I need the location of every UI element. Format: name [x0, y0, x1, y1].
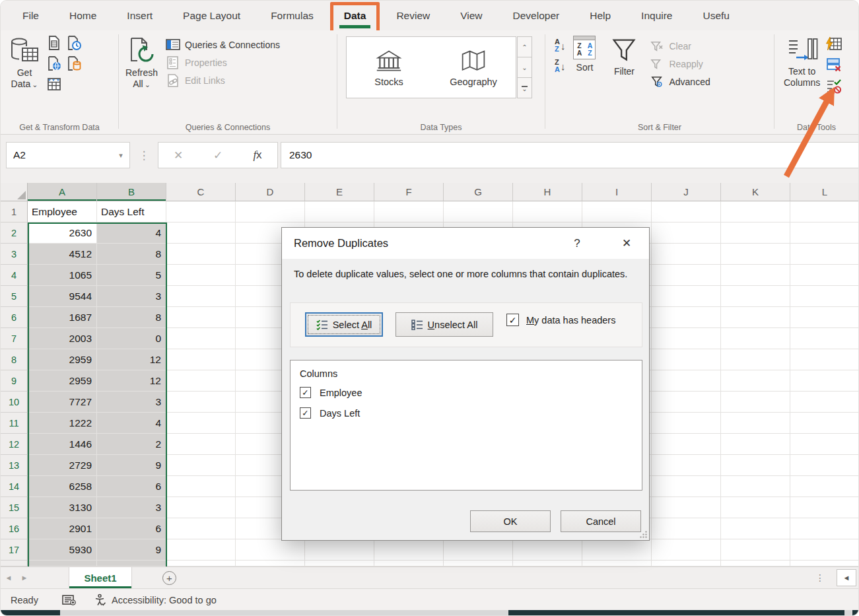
cell-d18[interactable]	[236, 561, 305, 566]
gallery-scroll-down-button[interactable]: ⌄	[517, 57, 532, 78]
row-header-6[interactable]: 6	[1, 307, 28, 328]
cell-e1[interactable]	[305, 201, 374, 222]
new-sheet-button[interactable]: +	[162, 571, 176, 585]
dialog-help-button[interactable]: ?	[566, 228, 588, 259]
cell-a9[interactable]: 2959	[28, 370, 97, 392]
cell-k13[interactable]	[721, 455, 790, 476]
cell-j3[interactable]	[652, 244, 721, 265]
tab-developer[interactable]: Developer	[498, 1, 575, 30]
cell-j12[interactable]	[652, 434, 721, 455]
text-to-columns-button[interactable]: Text to Columns	[784, 30, 820, 134]
column-header-j[interactable]: J	[652, 183, 721, 201]
tab-page-layout[interactable]: Page Layout	[168, 1, 256, 30]
cell-b18[interactable]	[97, 561, 166, 566]
cell-a2[interactable]: 2630	[28, 222, 97, 244]
cell-b8[interactable]: 12	[97, 349, 166, 370]
cancel-button[interactable]: Cancel	[561, 510, 641, 532]
cell-l11[interactable]	[790, 413, 859, 434]
cell-l2[interactable]	[790, 222, 859, 244]
cell-k1[interactable]	[721, 201, 790, 222]
cell-l15[interactable]	[790, 497, 859, 518]
from-web-button[interactable]	[46, 55, 63, 72]
refresh-all-button[interactable]: Refresh All⌄	[125, 30, 158, 134]
cell-j13[interactable]	[652, 455, 721, 476]
stocks-data-type[interactable]: Stocks	[347, 37, 431, 98]
select-all-button[interactable]: Select All	[305, 312, 383, 337]
cell-c15[interactable]	[166, 497, 236, 518]
cell-k7[interactable]	[721, 328, 790, 349]
name-box[interactable]: A2 ▾	[6, 142, 130, 168]
cell-k18[interactable]	[721, 561, 790, 566]
cell-i17[interactable]	[582, 539, 652, 561]
column-header-e[interactable]: E	[305, 183, 374, 201]
cell-c6[interactable]	[166, 307, 236, 328]
geography-data-type[interactable]: Geography	[431, 37, 516, 98]
cell-c7[interactable]	[166, 328, 236, 349]
cell-l8[interactable]	[790, 349, 859, 370]
cell-b7[interactable]: 0	[97, 328, 166, 349]
name-box-caret-icon[interactable]: ▾	[112, 143, 129, 168]
row-header-3[interactable]: 3	[1, 244, 28, 265]
cell-c3[interactable]	[166, 244, 236, 265]
sheet-nav-right-icon[interactable]: ►	[17, 574, 32, 582]
cell-j5[interactable]	[652, 286, 721, 307]
row-header-4[interactable]: 4	[1, 265, 28, 286]
column-header-g[interactable]: G	[444, 183, 513, 201]
cell-b15[interactable]: 3	[97, 497, 166, 518]
queries-connections-button[interactable]: Queries & Connections	[166, 36, 280, 53]
cell-b2[interactable]: 4	[97, 222, 166, 244]
row-header-16[interactable]: 16	[1, 518, 28, 539]
cell-j8[interactable]	[652, 349, 721, 370]
cell-f18[interactable]	[374, 561, 444, 566]
cell-b1[interactable]: Days Left	[97, 201, 166, 222]
cell-j17[interactable]	[652, 539, 721, 561]
row-header-8[interactable]: 8	[1, 349, 28, 370]
cell-l1[interactable]	[790, 201, 859, 222]
confirm-entry-icon[interactable]: ✓	[198, 149, 238, 162]
cell-l6[interactable]	[790, 307, 859, 328]
cell-b10[interactable]: 3	[97, 392, 166, 413]
column-header-l[interactable]: L	[790, 183, 859, 201]
cancel-entry-icon[interactable]: ✕	[158, 149, 198, 162]
cell-c8[interactable]	[166, 349, 236, 370]
cell-l10[interactable]	[790, 392, 859, 413]
cell-l17[interactable]	[790, 539, 859, 561]
row-header-12[interactable]: 12	[1, 434, 28, 455]
accessibility-status-button[interactable]: Accessibility: Good to go	[94, 594, 217, 607]
cell-j9[interactable]	[652, 370, 721, 392]
cell-k8[interactable]	[721, 349, 790, 370]
cell-c4[interactable]	[166, 265, 236, 286]
cell-c1[interactable]	[166, 201, 236, 222]
cell-d1[interactable]	[236, 201, 305, 222]
cell-l12[interactable]	[790, 434, 859, 455]
cell-b3[interactable]: 8	[97, 244, 166, 265]
cell-a10[interactable]: 7727	[28, 392, 97, 413]
advanced-filter-button[interactable]: Advanced	[650, 73, 710, 90]
cell-b13[interactable]: 9	[97, 455, 166, 476]
row-header-18[interactable]	[1, 561, 28, 566]
cell-j1[interactable]	[652, 201, 721, 222]
tab-insert[interactable]: Insert	[112, 1, 168, 30]
row-header-9[interactable]: 9	[1, 370, 28, 392]
cell-a16[interactable]: 2901	[28, 518, 97, 539]
cell-k2[interactable]	[721, 222, 790, 244]
cell-b6[interactable]: 8	[97, 307, 166, 328]
row-header-7[interactable]: 7	[1, 328, 28, 349]
data-validation-button[interactable]	[825, 78, 842, 95]
cell-a1[interactable]: Employee	[28, 201, 97, 222]
cell-k17[interactable]	[721, 539, 790, 561]
cell-l7[interactable]	[790, 328, 859, 349]
row-header-15[interactable]: 15	[1, 497, 28, 518]
cell-l14[interactable]	[790, 476, 859, 497]
macro-record-button[interactable]	[62, 594, 77, 606]
cell-g1[interactable]	[444, 201, 513, 222]
cell-j15[interactable]	[652, 497, 721, 518]
cell-k6[interactable]	[721, 307, 790, 328]
cell-b9[interactable]: 12	[97, 370, 166, 392]
cell-k10[interactable]	[721, 392, 790, 413]
cell-c14[interactable]	[166, 476, 236, 497]
row-header-13[interactable]: 13	[1, 455, 28, 476]
cell-j7[interactable]	[652, 328, 721, 349]
tab-inquire[interactable]: Inquire	[626, 1, 687, 30]
cell-a7[interactable]: 2003	[28, 328, 97, 349]
